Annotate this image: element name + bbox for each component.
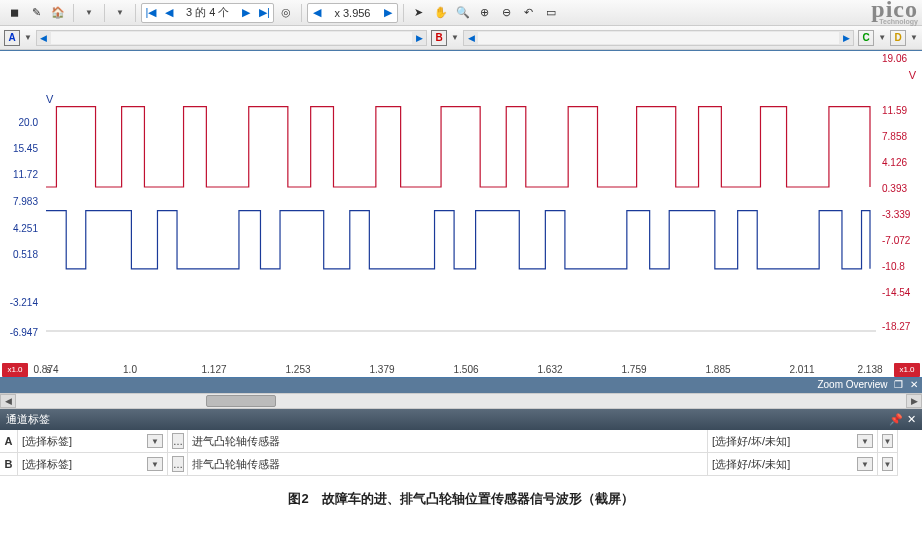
zoom-nav: ◀ x 3.956 ▶ <box>307 3 397 23</box>
unit-v-blue: V <box>46 93 53 105</box>
pico-logo: picoTechnology <box>871 0 918 25</box>
tags-panel-header: 通道标签 📌 ✕ <box>0 409 922 430</box>
chart-area: 20.015.4511.727.9834.2510.518-3.214-6.94… <box>0 50 922 378</box>
badge-left: x1.0 <box>2 363 28 377</box>
frame-first[interactable]: |◀ <box>142 4 160 22</box>
compass-icon[interactable]: ◎ <box>276 3 296 23</box>
channel-A-scroll[interactable]: ◀▶ <box>36 30 427 46</box>
zoom-prev[interactable]: ◀ <box>308 4 326 22</box>
chevron-down-icon[interactable]: ▼ <box>857 457 873 471</box>
channel-B-drop[interactable]: ▼ <box>451 33 459 42</box>
drop1[interactable]: ▼ <box>79 3 99 23</box>
chevron-down-icon[interactable]: ▼ <box>882 457 893 471</box>
channel-C-btn[interactable]: C <box>858 30 874 46</box>
channel-B-btn[interactable]: B <box>431 30 447 46</box>
badge-right: x1.0 <box>894 363 920 377</box>
scroll-left[interactable]: ◀ <box>0 394 16 408</box>
zoom-text: x 3.956 <box>326 7 378 19</box>
frame-next[interactable]: ▶ <box>237 4 255 22</box>
drop2[interactable]: ▼ <box>110 3 130 23</box>
zoom-next[interactable]: ▶ <box>379 4 397 22</box>
frame-last[interactable]: ▶| <box>255 4 273 22</box>
home-button[interactable]: 🏠 <box>48 3 68 23</box>
zoom-overview-bar: Zoom Overview ❐ ✕ <box>0 378 922 393</box>
zoom-box-icon[interactable]: 🔍 <box>453 3 473 23</box>
main-toolbar: ◼ ✎ 🏠 ▼ ▼ |◀ ◀ 3 的 4 个 ▶ ▶| ◎ ◀ x 3.956 … <box>0 0 922 26</box>
chevron-down-icon[interactable]: ▼ <box>147 434 163 448</box>
chevron-down-icon[interactable]: ▼ <box>882 434 893 448</box>
frame-text: 3 的 4 个 <box>178 5 237 20</box>
channel-bar: A ▼ ◀▶ B ▼ ◀▶ C ▼ D ▼ <box>0 26 922 50</box>
zoom-out-icon[interactable]: ⊖ <box>497 3 517 23</box>
pointer-icon[interactable]: ➤ <box>409 3 429 23</box>
fit-icon[interactable]: ▭ <box>541 3 561 23</box>
chevron-down-icon[interactable]: ▼ <box>857 434 873 448</box>
unit-v-red: V <box>909 69 916 81</box>
tags-table: A[选择标签]▼…进气凸轮轴传感器[选择好/坏/未知]▼▼B[选择标签]▼…排气… <box>0 430 922 476</box>
chart-svg <box>0 51 922 379</box>
more-button[interactable]: … <box>172 456 184 472</box>
panel-close-icon[interactable]: ✕ <box>907 413 916 426</box>
more-button[interactable]: … <box>172 433 184 449</box>
figure-caption: 图2 故障车的进、排气凸轮轴位置传感器信号波形（截屏） <box>0 476 922 522</box>
zoom-in-icon[interactable]: ⊕ <box>475 3 495 23</box>
wand-button[interactable]: ✎ <box>26 3 46 23</box>
channel-D-btn[interactable]: D <box>890 30 906 46</box>
channel-B-scroll[interactable]: ◀▶ <box>463 30 854 46</box>
scroll-thumb[interactable] <box>206 395 276 407</box>
channel-A-drop[interactable]: ▼ <box>24 33 32 42</box>
chevron-down-icon[interactable]: ▼ <box>147 457 163 471</box>
frame-nav: |◀ ◀ 3 的 4 个 ▶ ▶| <box>141 3 274 23</box>
unit-s: s <box>46 364 51 375</box>
horizontal-scrollbar[interactable]: ◀ ▶ <box>0 393 922 409</box>
pin-icon[interactable]: 📌 <box>889 413 903 426</box>
frame-prev[interactable]: ◀ <box>160 4 178 22</box>
undo-icon[interactable]: ↶ <box>519 3 539 23</box>
zoom-close-icon[interactable]: ✕ <box>910 379 918 390</box>
hand-icon[interactable]: ✋ <box>431 3 451 23</box>
channel-A-btn[interactable]: A <box>4 30 20 46</box>
axis-bottom: 0.8741.01.1271.2531.3791.5061.6321.7591.… <box>0 359 922 377</box>
stop-button[interactable]: ◼ <box>4 3 24 23</box>
zoom-restore-icon[interactable]: ❐ <box>894 379 903 390</box>
scroll-right[interactable]: ▶ <box>906 394 922 408</box>
